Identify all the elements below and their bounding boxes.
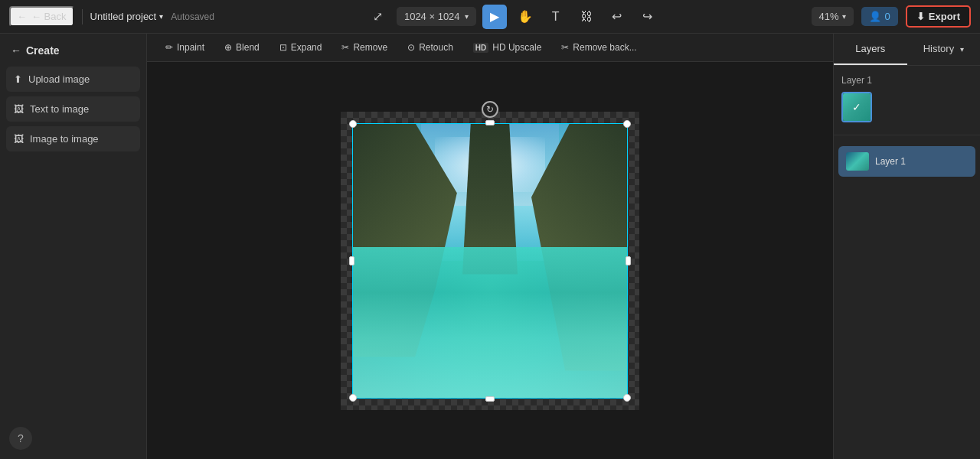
undo-icon: ↩ (612, 9, 622, 24)
inpaint-button[interactable]: ✏ Inpaint (158, 38, 212, 57)
layer-divider (834, 135, 980, 135)
layer-check-icon: ✓ (852, 101, 861, 113)
topbar-right: 41% ▾ 👤 0 ⬇ Export (812, 5, 971, 28)
canvas-image (352, 123, 628, 399)
zoom-label: 41% (819, 11, 839, 22)
image-to-image-icon: 🖼 (14, 133, 24, 145)
tab-history[interactable]: History ▾ (907, 34, 981, 65)
history-chevron-icon: ▾ (960, 45, 964, 54)
collab-count: 0 (885, 11, 890, 22)
remove-background-icon: ✂ (561, 42, 569, 53)
canvas-image-container[interactable] (352, 123, 628, 399)
topbar-center: ⤢ 1024 × 1024 ▾ ▶ ✋ T ⛓ ↩ ↪ (222, 5, 804, 29)
layer-section: Layer 1 ✓ (834, 66, 980, 127)
text-to-image-icon: 🖼 (14, 103, 24, 115)
move-tool-button[interactable]: ✋ (513, 5, 537, 29)
export-button[interactable]: ⬇ Export (906, 5, 971, 28)
cursor-icon: ▶ (490, 9, 499, 24)
project-title: Untitled project (90, 11, 157, 22)
right-panel: Layers History ▾ Layer 1 ✓ Layer 1 (833, 34, 980, 459)
canvas-background: ↻ (341, 112, 639, 410)
tab-layers[interactable]: Layers (834, 34, 907, 65)
collab-icon: 👤 (869, 11, 881, 22)
remove-button[interactable]: ✂ Remove (334, 38, 395, 57)
export-icon: ⬇ (916, 11, 925, 22)
zoom-button[interactable]: 41% ▾ (812, 7, 854, 26)
layer-section-label: Layer 1 (841, 75, 972, 86)
canvas-area: ✏ Inpaint ⊕ Blend ⊡ Expand ✂ Remove ⊙ Re… (147, 34, 833, 459)
canvas-size-button[interactable]: 1024 × 1024 ▾ (397, 7, 476, 26)
redo-icon: ↪ (642, 9, 652, 24)
panel-tabs: Layers History ▾ (834, 34, 980, 66)
retouch-button[interactable]: ⊙ Retouch (400, 38, 461, 57)
layer-thumbnail-inner: ✓ (843, 93, 871, 121)
topbar: ← ← Back Untitled project ▾ Autosaved ⤢ … (0, 0, 980, 34)
resize-icon: ⤢ (373, 9, 383, 24)
back-label: ← Back (31, 11, 67, 22)
help-button[interactable]: ? (9, 427, 32, 450)
history-tab-label: History (923, 43, 954, 54)
expand-button[interactable]: ⊡ Expand (272, 38, 330, 57)
collaboration-button[interactable]: 👤 0 (861, 7, 898, 26)
layer-list-thumbnail (846, 152, 869, 171)
blend-button[interactable]: ⊕ Blend (217, 38, 267, 57)
inpaint-icon: ✏ (165, 42, 173, 53)
blend-label: Blend (236, 42, 260, 53)
canvas-size-chevron-icon: ▾ (465, 12, 469, 21)
water-layer (352, 247, 628, 399)
cursor-tool-button[interactable]: ▶ (482, 5, 507, 29)
question-icon: ? (18, 432, 24, 444)
divider (82, 9, 83, 24)
layer-thumbnail[interactable]: ✓ (841, 92, 872, 122)
back-icon: ← (17, 11, 27, 22)
canvas-wrapper[interactable]: ↻ (147, 62, 833, 459)
upscale-label: HD Upscale (492, 42, 541, 53)
redo-button[interactable]: ↪ (635, 5, 660, 29)
text-to-image-label: Text to image (30, 103, 89, 115)
link-icon: ⛓ (580, 10, 593, 24)
layer-list-item[interactable]: Layer 1 (838, 146, 975, 177)
back-button[interactable]: ← ← Back (9, 6, 74, 27)
retouch-icon: ⊙ (407, 42, 415, 53)
project-chevron-icon: ▾ (159, 12, 163, 21)
sidebar-item-upload-image[interactable]: ⬆ Upload image (6, 67, 140, 92)
layer-list-name: Layer 1 (875, 156, 906, 167)
secondary-toolbar: ✏ Inpaint ⊕ Blend ⊡ Expand ✂ Remove ⊙ Re… (147, 34, 833, 62)
blend-icon: ⊕ (224, 42, 232, 53)
zoom-chevron-icon: ▾ (842, 12, 846, 21)
image-to-image-label: Image to image (30, 133, 99, 145)
sidebar-header: ← Create (0, 34, 146, 64)
resize-tool-button[interactable]: ⤢ (366, 5, 390, 29)
layers-tab-label: Layers (855, 43, 885, 54)
remove-background-label: Remove back... (573, 42, 636, 53)
upscale-icon: HD (473, 43, 488, 53)
upscale-button[interactable]: HD HD Upscale (466, 38, 549, 57)
expand-icon: ⊡ (279, 42, 287, 53)
sidebar-header-label: Create (26, 44, 60, 57)
sidebar-footer: ? (0, 418, 146, 459)
autosaved-label: Autosaved (171, 11, 214, 22)
sidebar-item-text-to-image[interactable]: 🖼 Text to image (6, 96, 140, 122)
retouch-label: Retouch (419, 42, 453, 53)
text-tool-button[interactable]: T (544, 5, 568, 29)
create-icon: ← (11, 44, 21, 57)
project-name-button[interactable]: Untitled project ▾ (90, 11, 164, 22)
left-sidebar: ← Create ⬆ Upload image 🖼 Text to image … (0, 34, 147, 459)
export-label: Export (929, 11, 960, 22)
remove-background-button[interactable]: ✂ Remove back... (554, 38, 644, 57)
expand-label: Expand (291, 42, 322, 53)
layer-list-thumbnail-inner (846, 152, 869, 171)
text-icon: T (552, 10, 560, 24)
inpaint-label: Inpaint (177, 42, 204, 53)
canvas-size-label: 1024 × 1024 (404, 11, 460, 22)
link-tool-button[interactable]: ⛓ (574, 5, 599, 29)
sidebar-item-image-to-image[interactable]: 🖼 Image to image (6, 126, 140, 151)
undo-button[interactable]: ↩ (605, 5, 629, 29)
remove-icon: ✂ (341, 42, 349, 53)
upload-image-icon: ⬆ (14, 73, 22, 85)
upload-image-label: Upload image (28, 73, 90, 85)
hand-icon: ✋ (518, 9, 533, 24)
main-layout: ← Create ⬆ Upload image 🖼 Text to image … (0, 34, 980, 459)
remove-label: Remove (353, 42, 387, 53)
